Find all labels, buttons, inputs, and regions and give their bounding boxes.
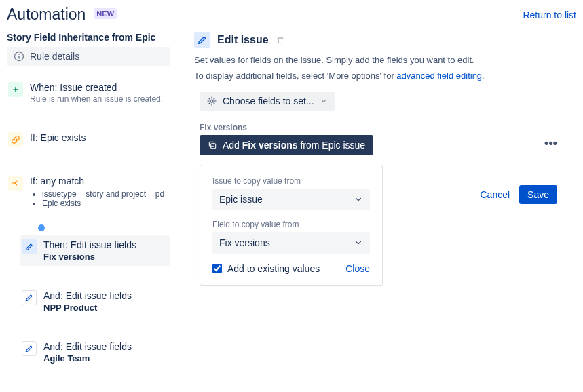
branch-icon — [8, 176, 23, 191]
tree-and2-title: And: Edit issue fields — [43, 341, 168, 352]
chevron-down-icon — [320, 97, 328, 105]
issue-copy-value: Epic issue — [219, 194, 263, 205]
more-actions-icon[interactable]: ••• — [544, 136, 557, 151]
tree-when-title: When: Issue created — [30, 82, 168, 93]
advanced-field-editing-link[interactable]: advanced field editing — [396, 71, 482, 81]
field-copy-select[interactable]: Fix versions — [212, 232, 370, 254]
pencil-icon — [22, 341, 37, 356]
new-badge: NEW — [94, 8, 117, 19]
tree-if-any-match[interactable]: If: any match issuetype = story and proj… — [7, 172, 170, 212]
svg-point-3 — [210, 100, 213, 102]
save-button[interactable]: Save — [519, 185, 557, 204]
detail-panel: Edit issue Set values for fields on the … — [170, 29, 576, 368]
field-copy-label: Field to copy value from — [212, 220, 370, 229]
copy-icon — [208, 140, 217, 150]
plus-icon: + — [8, 82, 23, 97]
rule-sidebar: Story Field Inheritance from Epic Rule d… — [7, 29, 170, 368]
svg-rect-4 — [211, 144, 216, 149]
rule-details[interactable]: Rule details — [7, 47, 170, 66]
rule-details-label: Rule details — [30, 51, 79, 62]
copy-value-card: Issue to copy value from Epic issue Fiel… — [200, 165, 383, 286]
pencil-icon — [194, 32, 210, 48]
delete-icon[interactable] — [276, 35, 285, 45]
choose-fields-label: Choose fields to set... — [223, 96, 314, 106]
issue-copy-label: Issue to copy value from — [212, 176, 370, 186]
page-title-text: Automation — [7, 5, 86, 24]
svg-rect-5 — [209, 142, 214, 146]
pill-text: Add Fix versions from Epic issue — [223, 140, 365, 151]
link-icon — [8, 132, 23, 147]
tree-if2-bullet-1: Epic exists — [42, 199, 168, 208]
tree-then1-title: Then: Edit issue fields — [43, 239, 168, 250]
tree-and-agile-team[interactable]: And: Edit issue fields Agile Team — [20, 337, 170, 368]
tree-if2-title: If: any match — [30, 176, 168, 187]
add-existing-checkbox[interactable] — [212, 264, 222, 273]
gear-icon — [206, 96, 217, 106]
tree-then1-sub: Fix versions — [43, 252, 168, 262]
tree-and1-sub: NPP Product — [43, 302, 168, 313]
actions-row: Cancel Save — [480, 185, 557, 204]
add-existing-checkbox-row[interactable]: Add to existing values — [212, 263, 320, 274]
tree-if2-bullets: issuetype = story and project = pd Epic … — [42, 189, 168, 208]
fix-versions-field-label: Fix versions — [200, 123, 576, 132]
edit-issue-title: Edit issue — [217, 34, 269, 46]
desc-line-1: Set values for fields on the issue. Simp… — [194, 55, 576, 65]
insert-dot[interactable] — [38, 224, 45, 231]
tree-if2-bullet-0: issuetype = story and project = pd — [42, 189, 168, 199]
tree-if1-title: If: Epic exists — [30, 132, 168, 143]
field-copy-value: Fix versions — [219, 237, 270, 248]
copy-fix-versions-pill[interactable]: Add Fix versions from Epic issue — [200, 135, 373, 155]
tree-when[interactable]: + When: Issue created Rule is run when a… — [7, 78, 170, 108]
chevron-down-icon — [354, 195, 363, 204]
svg-rect-1 — [18, 56, 19, 59]
chevron-down-icon — [354, 238, 363, 248]
tree-and-npp-product[interactable]: And: Edit issue fields NPP Product — [20, 286, 170, 317]
pencil-icon — [22, 290, 37, 305]
header-row: Automation NEW Return to list — [7, 5, 576, 29]
desc-line-2: To display additional fields, select 'Mo… — [194, 71, 576, 81]
page-title: Automation NEW — [7, 5, 117, 24]
tree-when-sub: Rule is run when an issue is created. — [30, 94, 168, 104]
pencil-icon — [22, 239, 37, 254]
close-card-link[interactable]: Close — [345, 263, 370, 274]
add-existing-label: Add to existing values — [227, 263, 320, 274]
choose-fields-button[interactable]: Choose fields to set... — [200, 92, 335, 111]
issue-copy-select[interactable]: Epic issue — [212, 189, 370, 210]
desc2-prefix: To display additional fields, select 'Mo… — [194, 71, 396, 81]
cancel-button[interactable]: Cancel — [480, 189, 510, 200]
tree-and1-title: And: Edit issue fields — [43, 290, 168, 301]
tree-then-fix-versions[interactable]: Then: Edit issue fields Fix versions — [20, 235, 170, 266]
tree-and2-sub: Agile Team — [43, 353, 168, 364]
rule-name: Story Field Inheritance from Epic — [7, 29, 170, 47]
return-to-list-link[interactable]: Return to list — [523, 9, 576, 20]
svg-rect-2 — [18, 54, 19, 54]
tree-if-epic-exists[interactable]: If: Epic exists — [7, 128, 170, 151]
info-icon — [14, 51, 24, 62]
